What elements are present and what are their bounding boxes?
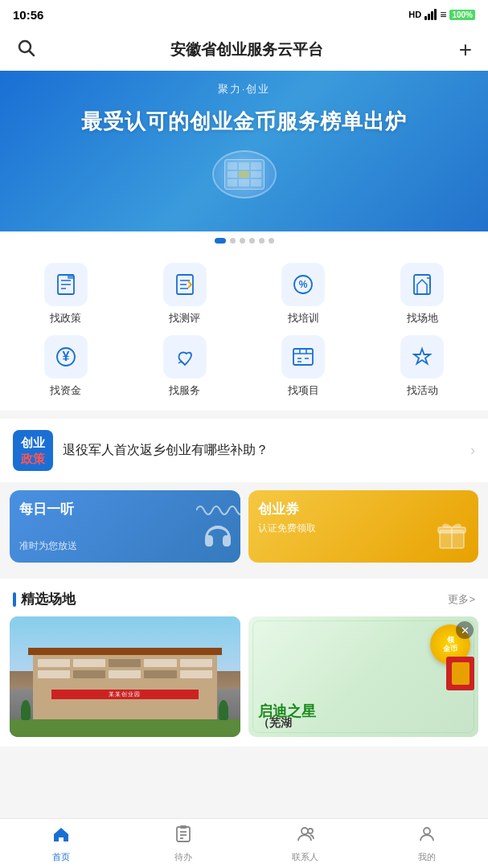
venue-label: 找场地 bbox=[407, 311, 438, 326]
daily-listen-card[interactable]: 每日一听 准时为您放送 bbox=[10, 490, 240, 563]
dot-1[interactable] bbox=[215, 238, 226, 244]
more-button[interactable]: 更多> bbox=[448, 592, 475, 607]
banner-decoration bbox=[0, 150, 488, 199]
venues-row: 某某创业园 ✕ 领金币 bbox=[0, 616, 488, 747]
bottom-nav: 首页 待办 联系人 bbox=[0, 818, 488, 868]
banner[interactable]: 聚力·创业 最受认可的创业金币服务榜单出炉 bbox=[0, 71, 488, 231]
signal-icon bbox=[424, 9, 437, 20]
venue-close-button[interactable]: ✕ bbox=[456, 621, 474, 639]
search-icon[interactable] bbox=[16, 38, 35, 62]
policy-section[interactable]: 创业 政策 退役军人首次返乡创业有哪些补助？ › bbox=[0, 419, 488, 482]
card-left-subtitle: 准时为您放送 bbox=[19, 539, 231, 553]
venue-card-2[interactable]: ✕ 领金币 启迪之星 （芜湖 bbox=[248, 616, 479, 737]
contacts-icon bbox=[295, 825, 314, 849]
nav-contacts[interactable]: 联系人 bbox=[281, 825, 329, 863]
dot-5[interactable] bbox=[259, 238, 265, 244]
nav-todo[interactable]: 待办 bbox=[159, 825, 207, 863]
project-label: 找项目 bbox=[288, 383, 319, 398]
policy-label: 找政策 bbox=[50, 311, 81, 326]
svg-point-31 bbox=[301, 828, 308, 834]
banner-title: 最受认可的创业金币服务榜单出炉 bbox=[0, 108, 488, 136]
service-icon bbox=[163, 335, 207, 379]
envelope-icon bbox=[446, 657, 474, 690]
dot-4[interactable] bbox=[249, 238, 255, 244]
featured-title: 精选场地 bbox=[13, 590, 76, 608]
funding-label: 找资金 bbox=[50, 383, 81, 398]
dot-2[interactable] bbox=[230, 238, 236, 244]
venue-location: （芜湖 bbox=[258, 716, 292, 731]
menu-item-activity[interactable]: 找活动 bbox=[363, 335, 482, 398]
evaluation-icon bbox=[163, 263, 207, 306]
app-header: 安徽省创业服务云平台 + bbox=[0, 29, 488, 71]
venue-card-1[interactable]: 某某创业园 bbox=[10, 616, 240, 737]
todo-icon bbox=[174, 825, 193, 849]
dot-3[interactable] bbox=[240, 238, 245, 244]
menu-item-service[interactable]: 找服务 bbox=[125, 335, 244, 398]
dot-6[interactable] bbox=[269, 238, 274, 244]
status-time: 10:56 bbox=[13, 8, 43, 22]
svg-rect-30 bbox=[180, 825, 187, 829]
evaluation-label: 找测评 bbox=[169, 311, 200, 326]
activity-label: 找活动 bbox=[407, 383, 438, 398]
policy-badge: 创业 政策 bbox=[13, 430, 53, 471]
venue-image-1: 某某创业园 bbox=[10, 616, 240, 737]
grid-menu: 找政策 找测评 % 找培训 bbox=[0, 250, 488, 411]
home-icon bbox=[51, 825, 71, 849]
policy-question: 退役军人首次返乡创业有哪些补助？ bbox=[63, 442, 461, 459]
policy-icon bbox=[44, 263, 88, 306]
contacts-label: 联系人 bbox=[292, 851, 318, 863]
svg-line-1 bbox=[30, 51, 35, 56]
add-icon[interactable]: + bbox=[459, 37, 472, 63]
battery-icon: 100% bbox=[449, 10, 475, 20]
gift-icon bbox=[432, 516, 472, 559]
page-title: 安徽省创业服务云平台 bbox=[170, 39, 323, 60]
training-label: 找培训 bbox=[288, 311, 319, 326]
profile-label: 我的 bbox=[418, 851, 436, 863]
home-label: 首页 bbox=[52, 851, 70, 863]
banner-tag: 聚力·创业 bbox=[0, 71, 488, 96]
hd-label: HD bbox=[408, 10, 421, 19]
wifi-icon: ≡ bbox=[440, 8, 446, 21]
menu-item-training[interactable]: % 找培训 bbox=[244, 263, 363, 326]
venue-icon bbox=[400, 263, 444, 306]
svg-text:¥: ¥ bbox=[62, 350, 69, 363]
svg-rect-16 bbox=[293, 349, 313, 365]
menu-item-project[interactable]: 找项目 bbox=[244, 335, 363, 398]
menu-item-funding[interactable]: ¥ 找资金 bbox=[6, 335, 125, 398]
todo-label: 待办 bbox=[174, 851, 192, 863]
startup-coupon-card[interactable]: 创业券 认证免费领取 bbox=[248, 490, 479, 563]
featured-header: 精选场地 更多> bbox=[0, 579, 488, 616]
svg-point-32 bbox=[308, 829, 313, 833]
headphone-icon bbox=[202, 522, 234, 556]
funding-icon: ¥ bbox=[44, 335, 88, 379]
menu-item-evaluation[interactable]: 找测评 bbox=[125, 263, 244, 326]
chevron-right-icon: › bbox=[470, 442, 475, 459]
menu-item-policy[interactable]: 找政策 bbox=[6, 263, 125, 326]
status-icons: HD ≡ 100% bbox=[408, 8, 475, 21]
profile-icon bbox=[417, 825, 437, 849]
nav-home[interactable]: 首页 bbox=[37, 825, 85, 863]
training-icon: % bbox=[281, 263, 325, 306]
svg-text:%: % bbox=[299, 279, 308, 290]
service-label: 找服务 bbox=[169, 383, 200, 398]
project-icon bbox=[281, 335, 325, 379]
status-bar: 10:56 HD ≡ 100% bbox=[0, 0, 488, 29]
svg-rect-6 bbox=[68, 274, 74, 279]
svg-rect-26 bbox=[177, 827, 190, 841]
banner-dots bbox=[0, 231, 488, 250]
svg-point-33 bbox=[424, 828, 430, 834]
nav-profile[interactable]: 我的 bbox=[403, 825, 451, 863]
cards-row: 每日一听 准时为您放送 创业券 认证免费领取 bbox=[0, 482, 488, 571]
menu-item-venue[interactable]: 找场地 bbox=[363, 263, 482, 326]
activity-icon bbox=[400, 335, 444, 379]
